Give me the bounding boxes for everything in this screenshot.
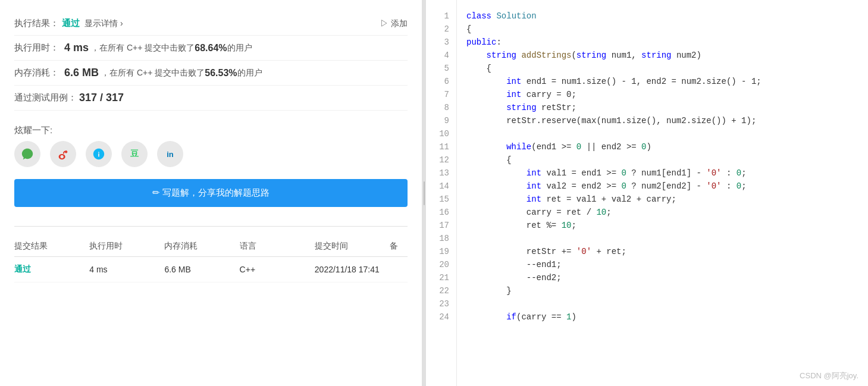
code-line-4: string addStrings(string num1, string nu…: [466, 49, 868, 62]
line-numbers: 1 2 3 4 5 6 7 8 9 10 11 12 13 14 15 16 1…: [426, 0, 457, 386]
col-header-memory: 内存消耗: [164, 241, 239, 252]
table-header: 提交结果 执行用时 内存消耗 语言 提交时间 备: [14, 236, 408, 257]
line-num-11: 11: [426, 140, 456, 153]
line-num-6: 6: [426, 75, 456, 88]
line-num-8: 8: [426, 101, 456, 114]
share-section: 炫耀一下: 豆 in: [14, 111, 408, 179]
line-num-14: 14: [426, 180, 456, 193]
show-detail-link[interactable]: 显示详情 ›: [84, 18, 123, 29]
line-num-1: 1: [426, 10, 456, 23]
line-num-5: 5: [426, 62, 456, 75]
code-line-1: class Solution: [466, 10, 868, 23]
weibo-icon[interactable]: [50, 141, 76, 167]
memory-usage-desc2: 的用户: [237, 68, 262, 79]
row-memory: 6.6 MB: [164, 265, 239, 274]
col-header-lang: 语言: [240, 241, 315, 252]
code-line-20: --end1;: [466, 258, 868, 271]
line-num-7: 7: [426, 88, 456, 101]
line-num-13: 13: [426, 167, 456, 180]
line-num-4: 4: [426, 49, 456, 62]
execution-time-percent: 68.64%: [195, 43, 227, 54]
memory-usage-percent: 56.53%: [205, 68, 237, 79]
line-num-10: 10: [426, 127, 456, 140]
code-line-21: --end2;: [466, 271, 868, 284]
watermark: CSDN @阿亮joy.: [800, 371, 858, 381]
execution-result-label: 执行结果：: [14, 18, 62, 29]
code-line-2: {: [466, 23, 868, 36]
memory-usage-value: 6.6 MB: [64, 67, 99, 79]
code-line-8: string retStr;: [466, 101, 868, 114]
line-num-19: 19: [426, 245, 456, 258]
test-cases-value: 317 / 317: [79, 92, 124, 104]
line-num-21: 21: [426, 271, 456, 284]
execution-status: 通过: [62, 18, 80, 29]
execution-time-value: 4 ms: [64, 42, 89, 54]
test-cases-row: 通过测试用例： 317 / 317: [14, 86, 408, 111]
execution-time-label: 执行用时：: [14, 42, 62, 54]
memory-usage-row: 内存消耗： 6.6 MB ，在所有 C++ 提交中击败了 56.53% 的用户: [14, 61, 408, 86]
code-line-24: if(carry == 1): [466, 310, 868, 324]
code-line-14: int val2 = end2 >= 0 ? num2[end2] - '0' …: [466, 180, 868, 193]
line-num-20: 20: [426, 258, 456, 271]
col-header-extra: 备: [390, 241, 408, 252]
col-header-result: 提交结果: [14, 241, 89, 252]
submission-table: 提交结果 执行用时 内存消耗 语言 提交时间 备 通过 4 ms 6.6 MB …: [14, 236, 408, 283]
row-result: 通过: [14, 264, 89, 275]
code-line-17: ret %= 10;: [466, 219, 868, 232]
code-line-9: retStr.reserve(max(num1.size(), num2.siz…: [466, 114, 868, 127]
row-submit-time: 2022/11/18 17:41: [315, 265, 390, 274]
col-header-time: 执行用时: [89, 241, 164, 252]
execution-time-desc2: 的用户: [227, 43, 252, 54]
line-num-3: 3: [426, 36, 456, 49]
code-line-12: {: [466, 153, 868, 167]
code-line-10: [466, 127, 868, 140]
execution-result-row: 执行结果： 通过 显示详情 › ▷ 添加: [14, 12, 408, 36]
table-row: 通过 4 ms 6.6 MB C++ 2022/11/18 17:41: [14, 257, 408, 283]
line-num-22: 22: [426, 284, 456, 297]
code-line-13: int val1 = end1 >= 0 ? num1[end1] - '0' …: [466, 167, 868, 180]
share-label: 炫耀一下:: [14, 125, 408, 136]
line-num-12: 12: [426, 153, 456, 167]
code-line-11: while(end1 >= 0 || end2 >= 0): [466, 140, 868, 153]
row-lang: C++: [240, 265, 315, 274]
line-num-15: 15: [426, 193, 456, 206]
line-num-18: 18: [426, 232, 456, 245]
row-time: 4 ms: [89, 265, 164, 274]
code-line-19: retStr += '0' + ret;: [466, 245, 868, 258]
test-cases-label: 通过测试用例：: [14, 92, 77, 103]
line-num-2: 2: [426, 23, 456, 36]
code-line-3: public:: [466, 36, 868, 49]
line-num-17: 17: [426, 219, 456, 232]
line-num-24: 24: [426, 310, 456, 324]
wechat-icon[interactable]: [14, 141, 40, 167]
col-header-submit-time: 提交时间: [315, 241, 390, 252]
execution-time-desc: ，在所有 C++ 提交中击败了: [91, 43, 195, 54]
left-panel: 执行结果： 通过 显示详情 › ▷ 添加 执行用时： 4 ms ，在所有 C++…: [0, 0, 422, 386]
linkedin-icon[interactable]: in: [157, 141, 183, 167]
write-solution-button[interactable]: ✏ 写题解，分享我的解题思路: [14, 179, 408, 207]
code-line-7: int carry = 0;: [466, 88, 868, 101]
code-line-22: }: [466, 284, 868, 297]
line-num-9: 9: [426, 114, 456, 127]
qq-icon[interactable]: [86, 141, 112, 167]
memory-usage-label: 内存消耗：: [14, 67, 62, 79]
code-line-16: carry = ret / 10;: [466, 206, 868, 219]
right-panel: 1 2 3 4 5 6 7 8 9 10 11 12 13 14 15 16 1…: [426, 0, 868, 386]
social-icons: 豆 in: [14, 141, 408, 167]
code-line-23: [466, 297, 868, 310]
add-button[interactable]: ▷ 添加: [380, 18, 408, 29]
code-editor[interactable]: 1 2 3 4 5 6 7 8 9 10 11 12 13 14 15 16 1…: [426, 0, 868, 386]
line-num-23: 23: [426, 297, 456, 310]
divider: [14, 226, 408, 227]
code-line-15: int ret = val1 + val2 + carry;: [466, 193, 868, 206]
line-num-16: 16: [426, 206, 456, 219]
douban-icon[interactable]: 豆: [121, 141, 148, 167]
memory-usage-desc: ，在所有 C++ 提交中击败了: [101, 68, 205, 79]
code-line-6: int end1 = num1.size() - 1, end2 = num2.…: [466, 75, 868, 88]
code-line-5: {: [466, 62, 868, 75]
execution-time-row: 执行用时： 4 ms ，在所有 C++ 提交中击败了 68.64% 的用户: [14, 36, 408, 61]
code-content[interactable]: class Solution{public: string addStrings…: [457, 0, 868, 386]
code-line-18: [466, 232, 868, 245]
